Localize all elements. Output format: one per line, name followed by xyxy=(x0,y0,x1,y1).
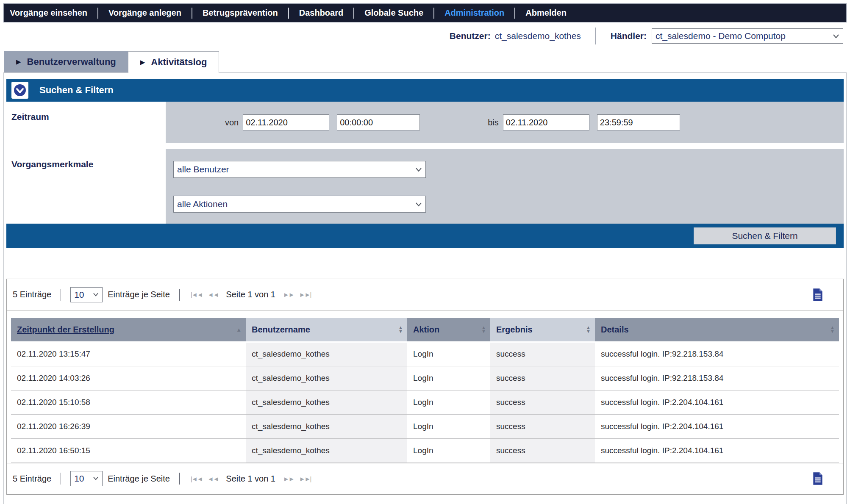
cell-aktion: LogIn xyxy=(407,414,490,438)
column-header-details[interactable]: Details ▲▼ xyxy=(595,318,839,342)
per-page-label: Einträge je Seite xyxy=(108,290,170,299)
prev-page-icon[interactable]: ◄◄ xyxy=(208,475,219,482)
pagination-bar-top: 5 Einträge 10 Einträge je Seite |◄◄ ◄◄ S… xyxy=(7,279,843,310)
sort-icon: ▲▼ xyxy=(398,326,403,333)
benutzer-label: Benutzer: xyxy=(450,31,491,41)
pager: |◄◄ ◄◄ Seite 1 von 1 ►► ►►| xyxy=(191,290,311,299)
cell-benutzername: ct_salesdemo_kothes xyxy=(246,366,407,390)
export-button[interactable] xyxy=(812,472,824,485)
tab-bar: ▶ Benutzerverwaltung ▶ Aktivitätslog xyxy=(4,51,850,72)
nav-separator xyxy=(514,8,515,19)
cell-aktion: LogIn xyxy=(407,366,490,390)
tab-content: Suchen & Filtern Zeitraum von bis xyxy=(3,72,847,504)
collapse-panel-button[interactable] xyxy=(11,82,28,99)
vorgangsmerkmale-fields: alle Benutzer alle Aktionen xyxy=(166,149,844,224)
table-row: 02.11.2020 15:10:58 ct_salesdemo_kothes … xyxy=(11,390,839,414)
zeitraum-fields: von bis xyxy=(166,102,844,143)
column-label: Ergebnis xyxy=(496,325,533,335)
prev-page-icon[interactable]: ◄◄ xyxy=(208,291,219,298)
last-page-icon[interactable]: ►►| xyxy=(299,475,311,482)
column-header-benutzername[interactable]: Benutzername ▲▼ xyxy=(246,318,407,342)
chevron-down-icon xyxy=(93,476,99,481)
page-size-select[interactable]: 10 xyxy=(70,471,103,486)
cell-benutzername: ct_salesdemo_kothes xyxy=(246,414,407,438)
chevron-down-icon xyxy=(415,201,422,207)
divider xyxy=(595,28,596,44)
cell-zeitpunkt: 02.11.2020 14:03:26 xyxy=(11,366,246,390)
cell-aktion: LogIn xyxy=(407,438,490,462)
von-date-input[interactable] xyxy=(243,114,329,130)
first-page-icon[interactable]: |◄◄ xyxy=(191,475,203,482)
table-row: 02.11.2020 13:15:47 ct_salesdemo_kothes … xyxy=(11,342,839,366)
cell-zeitpunkt: 02.11.2020 16:50:15 xyxy=(11,438,246,462)
nav-separator xyxy=(353,8,354,19)
page-size-value: 10 xyxy=(74,290,84,300)
tab-aktivitaetslog[interactable]: ▶ Aktivitätslog xyxy=(128,51,219,73)
von-time-input[interactable] xyxy=(337,114,420,130)
suchen-filtern-button[interactable]: Suchen & Filtern xyxy=(694,227,836,244)
next-page-icon[interactable]: ►► xyxy=(283,291,294,298)
chevron-down-icon xyxy=(93,292,99,297)
export-button[interactable] xyxy=(812,288,824,302)
nav-dashboard[interactable]: Dashboard xyxy=(299,8,343,18)
top-nav: Vorgänge einsehen Vorgänge anlegen Betru… xyxy=(3,3,847,22)
cell-details: successful login. IP:2.204.104.161 xyxy=(595,390,839,414)
filter-row-divider xyxy=(6,143,844,149)
nav-vorgaenge-anlegen[interactable]: Vorgänge anlegen xyxy=(108,8,181,18)
export-document-icon xyxy=(812,288,824,302)
tab-benutzerverwaltung[interactable]: ▶ Benutzerverwaltung xyxy=(4,51,128,72)
nav-separator xyxy=(97,8,98,19)
cell-details: successful login. IP:92.218.153.84 xyxy=(595,366,839,390)
filter-panel-title: Suchen & Filtern xyxy=(39,85,114,96)
column-header-aktion[interactable]: Aktion ▲▼ xyxy=(407,318,490,342)
last-page-icon[interactable]: ►►| xyxy=(299,291,311,298)
von-label: von xyxy=(225,118,239,127)
nav-separator xyxy=(288,8,289,19)
cell-aktion: LogIn xyxy=(407,390,490,414)
sort-icon: ▲▼ xyxy=(586,326,591,333)
cell-zeitpunkt: 02.11.2020 15:10:58 xyxy=(11,390,246,414)
benutzer-filter-select[interactable]: alle Benutzer xyxy=(173,161,426,178)
first-page-icon[interactable]: |◄◄ xyxy=(191,291,203,298)
bis-time-input[interactable] xyxy=(597,114,680,130)
nav-vorgaenge-einsehen[interactable]: Vorgänge einsehen xyxy=(10,8,87,18)
aktionen-filter-select[interactable]: alle Aktionen xyxy=(173,196,426,213)
column-label: Details xyxy=(601,325,629,335)
nav-separator xyxy=(192,8,192,19)
divider xyxy=(179,289,180,301)
entry-count: 5 Einträge xyxy=(13,290,51,299)
result-list: 5 Einträge 10 Einträge je Seite |◄◄ ◄◄ S… xyxy=(6,279,844,495)
table-row: 02.11.2020 16:50:15 ct_salesdemo_kothes … xyxy=(11,438,839,462)
vorgangsmerkmale-label-cell: Vorgangsmerkmale xyxy=(6,149,166,224)
cell-details: successful login. IP:2.204.104.161 xyxy=(595,438,839,462)
nav-abmelden[interactable]: Abmelden xyxy=(525,8,567,18)
column-header-zeitpunkt[interactable]: Zeitpunkt der Erstellung ▲ xyxy=(11,318,246,342)
cell-ergebnis: success xyxy=(490,366,595,390)
cell-aktion: LogIn xyxy=(407,342,490,366)
cell-benutzername: ct_salesdemo_kothes xyxy=(246,342,407,366)
tab-label: Aktivitätslog xyxy=(151,57,207,68)
page-indicator: Seite 1 von 1 xyxy=(226,474,275,484)
chevron-down-icon xyxy=(833,33,839,39)
column-header-ergebnis[interactable]: Ergebnis ▲▼ xyxy=(490,318,595,342)
tab-arrow-icon: ▶ xyxy=(16,58,21,66)
page-size-select[interactable]: 10 xyxy=(70,287,103,302)
haendler-select[interactable]: ct_salesdemo - Demo Computop xyxy=(652,28,843,44)
nav-separator xyxy=(433,8,434,19)
export-document-icon xyxy=(812,472,824,485)
user-bar: Benutzer: ct_salesdemo_kothes Händler: c… xyxy=(0,22,850,50)
pagination-bar-bottom: 5 Einträge 10 Einträge je Seite |◄◄ ◄◄ S… xyxy=(7,463,843,494)
filter-panel-header: Suchen & Filtern xyxy=(6,79,844,102)
bis-date-input[interactable] xyxy=(503,114,589,130)
nav-administration[interactable]: Administration xyxy=(444,8,504,18)
table-row: 02.11.2020 14:03:26 ct_salesdemo_kothes … xyxy=(11,366,839,390)
haendler-label: Händler: xyxy=(611,31,647,41)
aktionen-filter-value: alle Aktionen xyxy=(177,199,228,209)
cell-ergebnis: success xyxy=(490,414,595,438)
nav-betrugspraevention[interactable]: Betrugsprävention xyxy=(203,8,278,18)
nav-globale-suche[interactable]: Globale Suche xyxy=(364,8,423,18)
chevron-down-icon xyxy=(415,166,422,172)
vorgangsmerkmale-label: Vorgangsmerkmale xyxy=(11,159,93,169)
next-page-icon[interactable]: ►► xyxy=(283,475,294,482)
entry-count: 5 Einträge xyxy=(13,474,51,484)
